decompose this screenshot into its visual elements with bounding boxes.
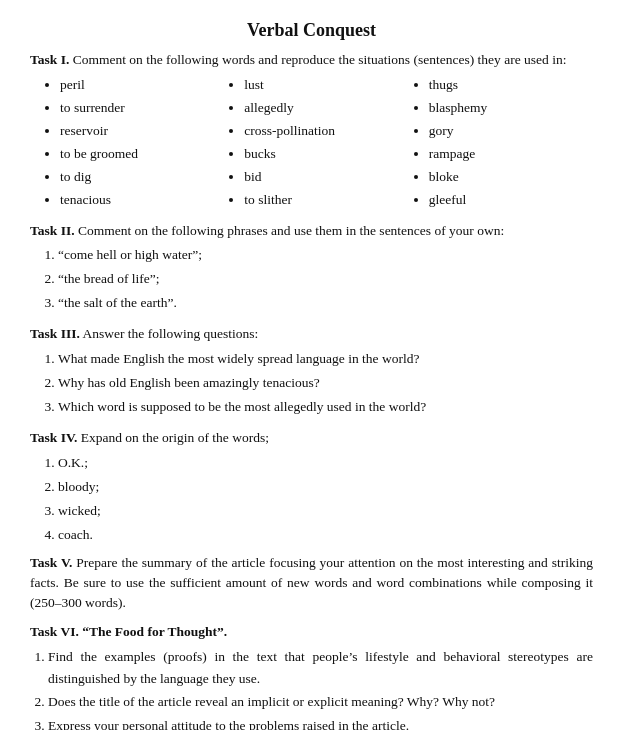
task6-title: “The Food for Thought”. (79, 624, 227, 639)
list-item: Express your personal attitude to the pr… (48, 715, 593, 730)
list-item: O.K.; (58, 452, 593, 475)
task4-description: Expand on the origin of the words; (77, 430, 269, 445)
list-item: Why has old English been amazingly tenac… (58, 372, 593, 395)
list-item: gory (429, 120, 593, 143)
task6-label: Task VI. (30, 624, 79, 639)
list-item: to slither (244, 189, 408, 212)
list-item: “the bread of life”; (58, 268, 593, 291)
task2-description: Comment on the following phrases and use… (75, 223, 505, 238)
task4-heading: Task IV. Expand on the origin of the wor… (30, 429, 593, 448)
list-item: “come hell or high water”; (58, 244, 593, 267)
task3-list: What made English the most widely spread… (30, 348, 593, 419)
list-item: gleeful (429, 189, 593, 212)
list-item: to be groomed (60, 143, 224, 166)
task5-label: Task V. (30, 555, 72, 570)
task4-label: Task IV. (30, 430, 77, 445)
task4-list: O.K.;bloody;wicked;coach. (30, 452, 593, 547)
task3-label: Task III. (30, 326, 80, 341)
list-item: “the salt of the earth”. (58, 292, 593, 315)
list-item: to surrender (60, 97, 224, 120)
task1-description: Comment on the following words and repro… (69, 52, 566, 67)
list-item: What made English the most widely spread… (58, 348, 593, 371)
task6-list: Find the examples (proofs) in the text t… (30, 646, 593, 730)
list-item: bloke (429, 166, 593, 189)
list-item: allegedly (244, 97, 408, 120)
task2-label: Task II. (30, 223, 75, 238)
task1-word-columns: perilto surrenderreservoirto be groomedt… (40, 74, 593, 212)
task3-heading: Task III. Answer the following questions… (30, 325, 593, 344)
list-item: Does the title of the article reveal an … (48, 691, 593, 713)
list-item: lust (244, 74, 408, 97)
page-title: Verbal Conquest (30, 20, 593, 41)
task1-col2: lustallegedlycross-pollinationbucksbidto… (224, 74, 408, 212)
list-item: cross-pollination (244, 120, 408, 143)
task5-description: Prepare the summary of the article focus… (30, 555, 593, 611)
list-item: reservoir (60, 120, 224, 143)
list-item: to dig (60, 166, 224, 189)
list-item: bid (244, 166, 408, 189)
task1-col3: thugsblasphemygoryrampageblokegleeful (409, 74, 593, 212)
list-item: thugs (429, 74, 593, 97)
list-item: coach. (58, 524, 593, 547)
task3-description: Answer the following questions: (80, 326, 259, 341)
task1-col1: perilto surrenderreservoirto be groomedt… (40, 74, 224, 212)
list-item: Find the examples (proofs) in the text t… (48, 646, 593, 689)
list-item: tenacious (60, 189, 224, 212)
list-item: Which word is supposed to be the most al… (58, 396, 593, 419)
list-item: rampage (429, 143, 593, 166)
list-item: bloody; (58, 476, 593, 499)
task1-heading: Task I. Comment on the following words a… (30, 51, 593, 70)
task2-list: “come hell or high water”;“the bread of … (30, 244, 593, 315)
task5-text: Task V. Prepare the summary of the artic… (30, 553, 593, 614)
task6-heading: Task VI. “The Food for Thought”. (30, 623, 593, 642)
task1-label: Task I. (30, 52, 69, 67)
list-item: bucks (244, 143, 408, 166)
list-item: peril (60, 74, 224, 97)
list-item: wicked; (58, 500, 593, 523)
list-item: blasphemy (429, 97, 593, 120)
task2-heading: Task II. Comment on the following phrase… (30, 222, 593, 241)
